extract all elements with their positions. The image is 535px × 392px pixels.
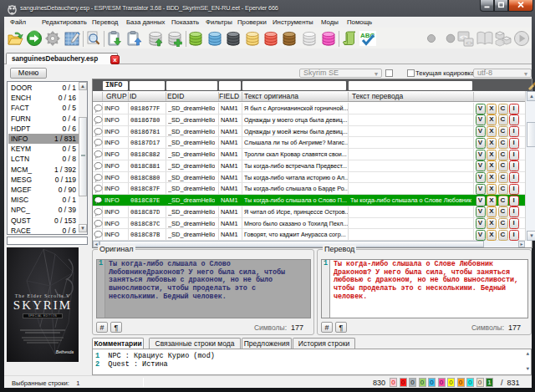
svg-text:<>: <>: [466, 40, 472, 47]
